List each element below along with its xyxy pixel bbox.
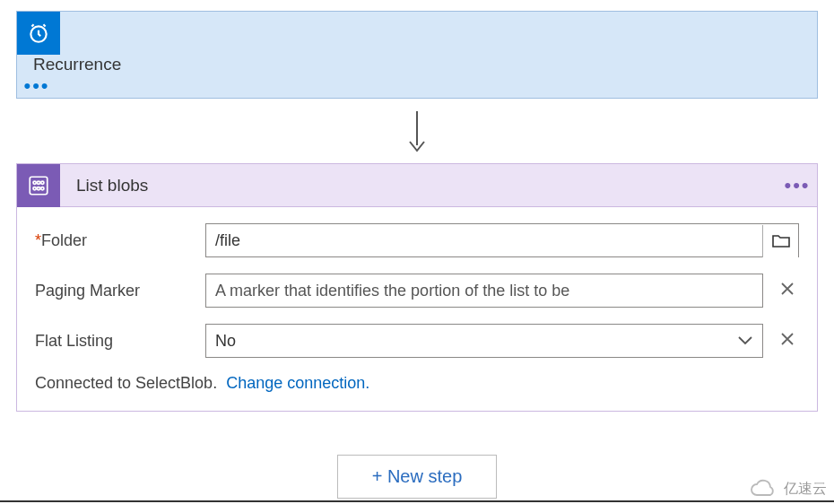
- recurrence-card[interactable]: Recurrence •••: [16, 11, 818, 99]
- connection-info: Connected to SelectBlob. Change connecti…: [35, 374, 799, 393]
- paging-placeholder: A marker that identifies the portion of …: [215, 282, 569, 300]
- listblobs-title: List blobs: [60, 176, 778, 196]
- folder-icon: [772, 234, 790, 248]
- folder-label: *Folder: [35, 231, 205, 250]
- watermark-text: 亿速云: [784, 480, 827, 499]
- folder-value: /file: [215, 231, 240, 250]
- listblobs-header[interactable]: List blobs •••: [17, 164, 817, 207]
- flat-select[interactable]: No: [205, 324, 763, 358]
- recurrence-title: Recurrence: [17, 55, 817, 74]
- svg-point-8: [41, 187, 44, 189]
- folder-picker-button[interactable]: [762, 225, 798, 257]
- flat-label: Flat Listing: [35, 332, 205, 351]
- svg-point-4: [37, 181, 39, 184]
- close-icon: [779, 281, 795, 297]
- paging-clear-button[interactable]: [776, 281, 799, 301]
- paging-label: Paging Marker: [35, 282, 205, 300]
- listblobs-form: *Folder /file Paging Marker A marker tha…: [17, 207, 817, 411]
- flat-value: No: [215, 332, 236, 351]
- folder-input[interactable]: /file: [205, 223, 799, 257]
- cloud-icon: [748, 479, 778, 499]
- flat-clear-button[interactable]: [776, 331, 799, 352]
- paging-input[interactable]: A marker that identifies the portion of …: [205, 274, 763, 308]
- folder-row: *Folder /file: [35, 223, 799, 257]
- svg-point-5: [41, 181, 44, 184]
- close-icon: [779, 331, 795, 347]
- new-step-button[interactable]: + New step: [337, 455, 498, 499]
- connection-text: Connected to SelectBlob.: [35, 374, 217, 392]
- flat-row: Flat Listing No: [35, 324, 799, 358]
- watermark: 亿速云: [748, 479, 827, 499]
- listblobs-menu-icon[interactable]: •••: [778, 174, 817, 197]
- listblobs-card: List blobs ••• *Folder /file Paging Mark…: [16, 163, 818, 412]
- svg-point-7: [37, 187, 39, 189]
- paging-row: Paging Marker A marker that identifies t…: [35, 274, 799, 308]
- recurrence-menu-icon[interactable]: •••: [17, 74, 56, 98]
- flow-arrow: [16, 99, 818, 163]
- svg-rect-2: [30, 177, 48, 195]
- bottom-border: [0, 500, 834, 504]
- svg-point-6: [33, 187, 36, 189]
- new-step-container: + New step: [16, 455, 818, 499]
- svg-point-3: [33, 181, 36, 184]
- chevron-down-icon: [737, 332, 753, 351]
- change-connection-link[interactable]: Change connection.: [226, 374, 369, 392]
- timer-icon: [17, 12, 60, 55]
- storage-icon: [17, 164, 60, 207]
